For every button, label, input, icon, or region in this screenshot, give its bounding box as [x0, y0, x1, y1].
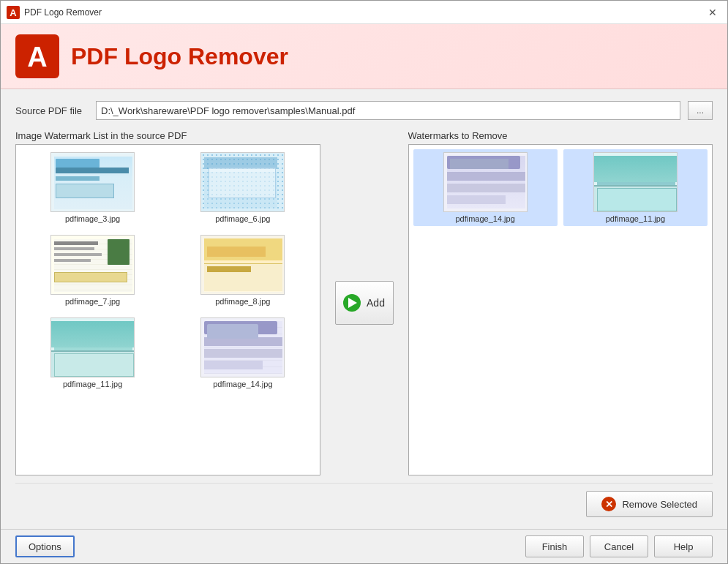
header-banner: A PDF Logo Remover [1, 24, 727, 89]
item-filename: pdfimage_11.jpg [63, 380, 122, 388]
item-filename: pdfimage_3.jpg [65, 214, 120, 223]
item-filename: pdfimage_11.jpg [606, 214, 665, 223]
list-item[interactable]: pdfimage_11.jpg [563, 149, 708, 226]
list-item[interactable]: pdfimage_7.jpg [20, 232, 165, 309]
svg-text:A: A [10, 7, 17, 18]
left-panel: Image Watermark List in the source PDF [15, 130, 320, 475]
list-item[interactable]: pdfimage_14.jpg [413, 149, 558, 226]
titlebar-title: PDF Logo Remover [24, 7, 704, 18]
item-filename: pdfimage_8.jpg [215, 297, 270, 306]
source-watermarks-list[interactable]: pdfimage_3.jpg pdfimage_6.jpg [15, 144, 320, 475]
thumbnail [593, 152, 678, 212]
finish-button[interactable]: Finish [525, 535, 584, 557]
header-logo-icon: A [15, 34, 59, 78]
list-item[interactable]: pdfimage_3.jpg [20, 149, 165, 226]
thumbnail [443, 152, 528, 212]
app-window: A PDF Logo Remover ✕ A PDF Logo Remover … [0, 0, 728, 564]
app-icon: A [7, 6, 20, 19]
source-label: Source PDF file [15, 105, 89, 116]
item-filename: pdfimage_14.jpg [455, 214, 514, 223]
thumbnail [50, 235, 135, 295]
footer-left: Options [15, 535, 525, 557]
browse-button[interactable]: ... [688, 101, 713, 120]
close-button[interactable]: ✕ [704, 4, 721, 21]
watermarks-to-remove-list[interactable]: pdfimage_14.jpg [408, 144, 713, 475]
item-filename: pdfimage_6.jpg [215, 214, 270, 223]
list-item[interactable]: pdfimage_8.jpg [170, 232, 315, 309]
thumbnail [50, 152, 135, 212]
left-panel-label: Image Watermark List in the source PDF [15, 130, 320, 141]
main-content: Source PDF file ... Image Watermark List… [1, 89, 727, 529]
footer-right: Finish Cancel Help [525, 535, 713, 557]
list-item[interactable]: pdfimage_11.jpg [20, 315, 165, 391]
add-play-icon [343, 294, 361, 312]
source-path-input[interactable] [96, 101, 680, 120]
item-filename: pdfimage_7.jpg [65, 297, 120, 306]
right-panel: Watermarks to Remove [408, 130, 713, 475]
footer: Options Finish Cancel Help [1, 529, 727, 563]
thumbnail [200, 235, 285, 295]
thumbnail [200, 317, 285, 377]
thumbnail [200, 152, 285, 212]
header-title: PDF Logo Remover [71, 43, 288, 70]
list-item[interactable]: pdfimage_6.jpg [170, 149, 315, 226]
remove-button-label: Remove Selected [622, 499, 697, 510]
titlebar: A PDF Logo Remover ✕ [1, 1, 727, 24]
svg-text:A: A [27, 42, 47, 72]
add-button-area: Add [328, 130, 401, 475]
remove-selected-button[interactable]: ✕ Remove Selected [586, 491, 713, 517]
list-item[interactable]: pdfimage_14.jpg [170, 315, 315, 391]
action-row: ✕ Remove Selected [15, 483, 713, 523]
remove-x-icon: ✕ [601, 497, 616, 511]
options-button[interactable]: Options [15, 535, 75, 557]
item-filename: pdfimage_14.jpg [213, 380, 272, 388]
source-row: Source PDF file ... [15, 101, 713, 120]
add-button[interactable]: Add [335, 281, 394, 325]
help-button[interactable]: Help [654, 535, 713, 557]
right-panel-label: Watermarks to Remove [408, 130, 713, 141]
lists-area: Image Watermark List in the source PDF [15, 130, 713, 475]
thumbnail [50, 317, 135, 377]
cancel-button[interactable]: Cancel [590, 535, 648, 557]
add-button-label: Add [367, 297, 385, 309]
